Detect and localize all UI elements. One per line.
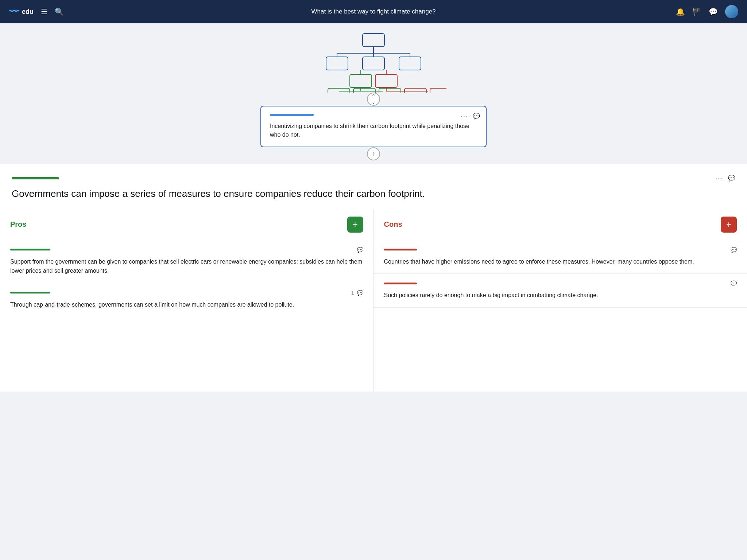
svg-rect-17 xyxy=(328,88,350,93)
con-arg1-header: 💬 xyxy=(384,247,737,253)
diagram-card-bar xyxy=(270,114,314,116)
svg-rect-11 xyxy=(350,74,372,88)
pro-arg2-actions: 1 💬 xyxy=(351,290,363,296)
con-arg1-text: Countries that have higher emissions nee… xyxy=(384,257,737,267)
avatar-image xyxy=(725,5,738,18)
svg-rect-0 xyxy=(363,34,384,47)
diagram-container: ⌃⌄ ··· 💬 Incentivizing companies to shri… xyxy=(260,31,487,160)
svg-rect-19 xyxy=(379,88,401,93)
diagram-area: ⌃⌄ ··· 💬 Incentivizing companies to shri… xyxy=(0,23,747,164)
search-icon[interactable]: 🔍 xyxy=(55,7,64,16)
comment-icon[interactable]: 💬 xyxy=(473,113,480,120)
logo[interactable]: 〰 edu xyxy=(9,6,34,18)
con-arg2-text: Such policies rarely do enough to make a… xyxy=(384,291,737,300)
svg-rect-20 xyxy=(405,88,426,93)
avatar[interactable] xyxy=(725,5,738,18)
cons-label: Cons xyxy=(384,220,402,229)
chat-icon[interactable]: 💬 xyxy=(709,7,718,16)
con-arg1-actions: 💬 xyxy=(731,247,737,253)
cons-header: Cons + xyxy=(374,209,747,240)
pros-column: Pros + 💬 Support from the government can… xyxy=(0,209,374,392)
pro-arg1-bar xyxy=(10,249,50,250)
main-claim-card: ··· 💬 Governments can impose a series of… xyxy=(0,164,747,209)
diagram-card-text: Incentivizing companies to shrink their … xyxy=(270,122,477,139)
svg-rect-6 xyxy=(363,57,384,70)
pro-arg2-header: 1 💬 xyxy=(10,290,363,296)
pro-arg2-text: Through cap-and-trade-schemes, governmen… xyxy=(10,300,363,310)
svg-rect-4 xyxy=(326,57,348,70)
bell-icon[interactable]: 🔔 xyxy=(676,7,685,16)
con-argument-2: 💬 Such policies rarely do enough to make… xyxy=(374,274,747,308)
collapse-button[interactable]: ↑ xyxy=(367,147,380,160)
svg-rect-12 xyxy=(375,74,397,88)
main-comment-icon[interactable]: 💬 xyxy=(728,175,735,182)
page-title: What is the best way to fight climate ch… xyxy=(311,8,436,15)
pro-arg1-comment-icon[interactable]: 💬 xyxy=(357,247,363,253)
logo-waves-icon: 〰 xyxy=(9,6,19,18)
pros-cons-area: Pros + 💬 Support from the government can… xyxy=(0,209,747,392)
pro-arg2-bar xyxy=(10,292,50,293)
header-left: 〰 edu ☰ 🔍 xyxy=(9,6,64,18)
con-arg2-comment-icon[interactable]: 💬 xyxy=(731,280,737,286)
logo-text: edu xyxy=(22,8,34,16)
con-arg2-actions: 💬 xyxy=(731,280,737,286)
pros-header: Pros + xyxy=(0,209,374,240)
main-claim-text: Governments can impose a series of measu… xyxy=(12,188,735,200)
pro-arg2-comment-count: 1 xyxy=(351,290,354,296)
pro-arg1-actions: 💬 xyxy=(357,247,363,253)
menu-icon[interactable]: ☰ xyxy=(41,7,47,16)
tree-diagram xyxy=(301,31,446,93)
expand-icon: ⌃⌄ xyxy=(371,93,376,105)
pro-argument-1: 💬 Support from the government can be giv… xyxy=(0,240,374,283)
main-card-bar xyxy=(12,177,59,179)
svg-rect-18 xyxy=(353,88,375,93)
cons-column: Cons + 💬 Countries that have higher emis… xyxy=(374,209,747,392)
diagram-card: ··· 💬 Incentivizing companies to shrink … xyxy=(260,106,487,147)
pro-arg1-text: Support from the government can be given… xyxy=(10,257,363,276)
con-arg1-bar xyxy=(384,249,417,250)
app-header: 〰 edu ☰ 🔍 What is the best way to fight … xyxy=(0,0,747,23)
diagram-card-actions: ··· 💬 xyxy=(461,112,480,120)
con-arg2-header: 💬 xyxy=(384,280,737,286)
svg-rect-21 xyxy=(430,88,446,93)
subsidies-link[interactable]: subsidies xyxy=(299,258,324,265)
header-right: 🔔 🏴 💬 xyxy=(676,5,738,18)
main-content: ⌃⌄ ··· 💬 Incentivizing companies to shri… xyxy=(0,23,747,392)
expand-button[interactable]: ⌃⌄ xyxy=(367,93,380,106)
main-card-header: ··· 💬 xyxy=(12,174,735,182)
pros-label: Pros xyxy=(10,220,26,229)
pro-arg2-comment-icon[interactable]: 💬 xyxy=(357,290,363,296)
con-arg1-comment-icon[interactable]: 💬 xyxy=(731,247,737,253)
collapse-icon: ↑ xyxy=(372,151,375,157)
svg-rect-8 xyxy=(399,57,421,70)
add-con-button[interactable]: + xyxy=(721,217,737,233)
add-pro-button[interactable]: + xyxy=(347,217,363,233)
pro-arg1-header: 💬 xyxy=(10,247,363,253)
pro-argument-2: 1 💬 Through cap-and-trade-schemes, gover… xyxy=(0,283,374,317)
cap-and-trade-link[interactable]: cap-and-trade-schemes xyxy=(34,302,95,308)
con-argument-1: 💬 Countries that have higher emissions n… xyxy=(374,240,747,274)
more-options-icon[interactable]: ··· xyxy=(461,112,468,120)
main-more-options-icon[interactable]: ··· xyxy=(715,174,723,182)
con-arg2-bar xyxy=(384,283,417,284)
flag-icon[interactable]: 🏴 xyxy=(692,7,701,16)
main-card-actions: ··· 💬 xyxy=(715,174,735,182)
